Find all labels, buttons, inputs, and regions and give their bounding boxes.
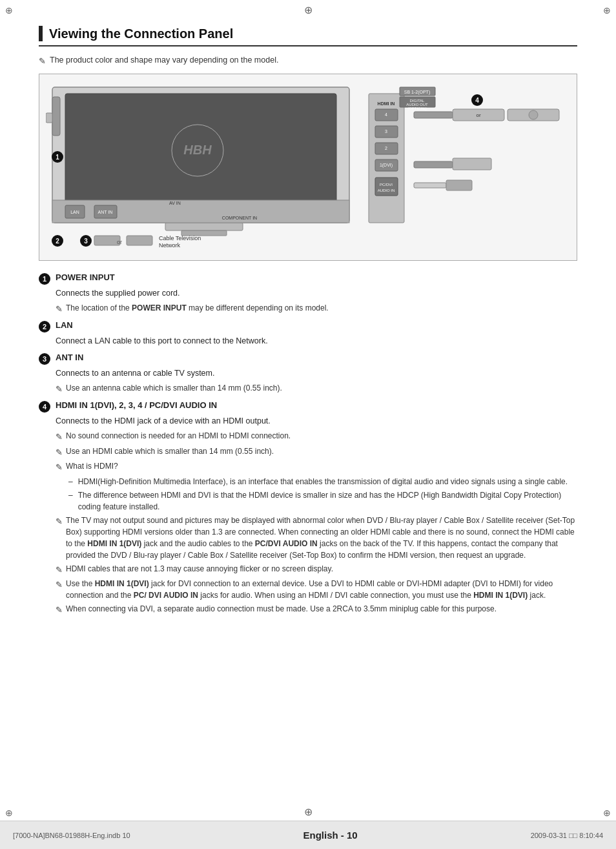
svg-text:4: 4 xyxy=(385,112,387,117)
note-icon-4-7: ✎ xyxy=(56,604,63,617)
item-4-note-3: ✎ What is HDMI? xyxy=(56,460,577,474)
note-icon-4-3: ✎ xyxy=(56,461,63,474)
item-4-note-3-text: What is HDMI? xyxy=(66,460,577,472)
item-4-body: Connects to the HDMI jack of a device wi… xyxy=(56,415,577,427)
svg-text:PC/DVI: PC/DVI xyxy=(380,183,393,187)
item-3-body: Connects to an antenna or cable TV syste… xyxy=(56,367,577,380)
item-2-body: Connect a LAN cable to this port to conn… xyxy=(56,335,577,347)
bullet-1: 1 POWER INPUT xyxy=(39,272,577,285)
product-note-text: The product color and shape may vary dep… xyxy=(50,56,278,65)
bullet-3: 3 ANT IN xyxy=(39,353,577,365)
svg-text:HBH: HBH xyxy=(183,143,212,157)
product-note: ✎ The product color and shape may vary d… xyxy=(39,56,577,66)
note-icon-3-1: ✎ xyxy=(56,383,63,396)
item-4-dash-2-text: The difference between HDMI and DVI is t… xyxy=(78,489,577,513)
svg-text:or: or xyxy=(117,239,122,245)
svg-text:(OPTICAL): (OPTICAL) xyxy=(407,107,427,110)
item-4-note-6: ✎ Use the HDMI IN 1(DVI) jack for DVI co… xyxy=(56,578,577,601)
svg-text:1: 1 xyxy=(56,154,59,161)
svg-text:2: 2 xyxy=(56,238,59,245)
item-4-note-1: ✎ No sound connection is needed for an H… xyxy=(56,430,577,444)
item-hdmi: 4 HDMI IN 1(DVI), 2, 3, 4 / PC/DVI AUDIO… xyxy=(39,400,577,616)
connection-diagram: LAN ANT IN AV IN COMPONENT IN HDMI IN 4 … xyxy=(39,74,577,261)
bullet-4: 4 HDMI IN 1(DVI), 2, 3, 4 / PC/DVI AUDIO… xyxy=(39,400,577,413)
note-icon-4-1: ✎ xyxy=(56,431,63,444)
svg-rect-35 xyxy=(127,236,152,245)
corner-mark-tr: ⊕ xyxy=(603,5,611,15)
svg-text:COMPONENT IN: COMPONENT IN xyxy=(222,216,257,220)
item-2-title: LAN xyxy=(56,320,73,330)
bullet-num-2: 2 xyxy=(39,321,50,332)
note-icon-4-6: ✎ xyxy=(56,578,63,591)
page-container: ⊕ ⊕ ⊕ Viewing the Connection Panel ✎ The… xyxy=(0,0,616,849)
diagram-svg: LAN ANT IN AV IN COMPONENT IN HDMI IN 4 … xyxy=(46,81,569,255)
section-header: Viewing the Connection Panel xyxy=(39,26,577,46)
svg-text:2: 2 xyxy=(385,146,387,150)
svg-text:SB 1-2(OPT): SB 1-2(OPT) xyxy=(404,90,430,95)
item-4-note-6-text: Use the HDMI IN 1(DVI) jack for DVI conn… xyxy=(66,578,577,601)
corner-mark-br: ⊕ xyxy=(603,808,611,818)
note-icon-1-1: ✎ xyxy=(56,303,63,316)
svg-text:3: 3 xyxy=(84,238,88,245)
item-1-note-1: ✎ The location of the POWER INPUT may be… xyxy=(56,302,577,316)
svg-text:3: 3 xyxy=(385,129,387,134)
item-1-note-1-text: The location of the POWER INPUT may be d… xyxy=(66,302,577,314)
item-ant-in: 3 ANT IN Connects to an antenna or cable… xyxy=(39,353,577,395)
bottom-page-label: English - 10 xyxy=(130,830,531,841)
item-4-dash-1: HDMI(High-Definition Multimedia Interfac… xyxy=(68,476,577,487)
item-4-note-7: ✎ When connecting via DVI, a separate au… xyxy=(56,603,577,617)
svg-point-28 xyxy=(529,110,538,119)
bottom-file-info: [7000-NA]BN68-01988H-Eng.indb 10 xyxy=(13,832,130,839)
bullet-2: 2 LAN xyxy=(39,320,577,332)
svg-rect-38 xyxy=(52,97,60,136)
bullet-num-1: 1 xyxy=(39,273,50,285)
svg-rect-29 xyxy=(414,161,453,168)
item-4-note-4-text: The TV may not output sound and pictures… xyxy=(66,515,577,561)
svg-text:AV IN: AV IN xyxy=(169,201,181,205)
item-4-note-4: ✎ The TV may not output sound and pictur… xyxy=(56,515,577,561)
item-3-title: ANT IN xyxy=(56,353,83,362)
svg-rect-21 xyxy=(375,178,398,196)
corner-mark-bl: ⊕ xyxy=(5,808,13,818)
svg-rect-2 xyxy=(165,223,243,230)
svg-text:ANT IN: ANT IN xyxy=(98,210,113,214)
item-4-note-5: ✎ HDMI cables that are not 1.3 may cause… xyxy=(56,563,577,577)
note-icon-4-5: ✎ xyxy=(56,564,63,577)
item-4-note-7-text: When connecting via DVI, a separate audi… xyxy=(66,603,577,615)
svg-text:LAN: LAN xyxy=(70,210,79,214)
svg-rect-30 xyxy=(453,158,491,170)
svg-rect-24 xyxy=(414,112,453,118)
item-4-note-2: ✎ Use an HDMI cable which is smaller tha… xyxy=(56,445,577,459)
note-icon-4-4: ✎ xyxy=(56,515,63,528)
svg-text:4: 4 xyxy=(475,97,479,104)
center-mark-top: ⊕ xyxy=(304,4,313,16)
item-4-title: HDMI IN 1(DVI), 2, 3, 4 / PC/DVI AUDIO I… xyxy=(56,400,217,410)
item-4-dash-2: The difference between HDMI and DVI is t… xyxy=(68,489,577,513)
bottom-bar: [7000-NA]BN68-01988H-Eng.indb 10 English… xyxy=(0,821,616,849)
item-3-note-1-text: Use an antenna cable which is smaller th… xyxy=(66,382,577,394)
svg-text:Network: Network xyxy=(159,242,181,249)
item-4-dash-1-text: HDMI(High-Definition Multimedia Interfac… xyxy=(78,476,568,487)
item-4-note-1-text: No sound connection is needed for an HDM… xyxy=(66,430,577,442)
svg-rect-39 xyxy=(46,113,52,123)
note-icon-4-2: ✎ xyxy=(56,446,63,459)
item-1-body: Connects the supplied power cord. xyxy=(56,287,577,300)
svg-text:AUDIO IN: AUDIO IN xyxy=(378,189,395,192)
section-title: Viewing the Connection Panel xyxy=(49,26,233,41)
svg-rect-31 xyxy=(414,183,446,188)
item-3-note-1: ✎ Use an antenna cable which is smaller … xyxy=(56,382,577,396)
item-4-note-2-text: Use an HDMI cable which is smaller than … xyxy=(66,445,577,457)
note-icon-product: ✎ xyxy=(39,56,46,66)
svg-rect-33 xyxy=(94,236,120,245)
item-4-note-5-text: HDMI cables that are not 1.3 may cause a… xyxy=(66,563,577,575)
svg-text:or: or xyxy=(476,112,480,118)
content-items: 1 POWER INPUT Connects the supplied powe… xyxy=(39,272,577,617)
item-1-title: POWER INPUT xyxy=(56,272,115,282)
svg-rect-32 xyxy=(446,180,472,190)
corner-mark-tl: ⊕ xyxy=(5,5,13,15)
bullet-num-3: 3 xyxy=(39,353,50,365)
svg-text:Cable Television: Cable Television xyxy=(159,235,201,241)
bottom-date: 2009-03-31 □□ 8:10:44 xyxy=(531,832,603,839)
item-power-input: 1 POWER INPUT Connects the supplied powe… xyxy=(39,272,577,315)
svg-text:1(DVI): 1(DVI) xyxy=(380,163,393,168)
